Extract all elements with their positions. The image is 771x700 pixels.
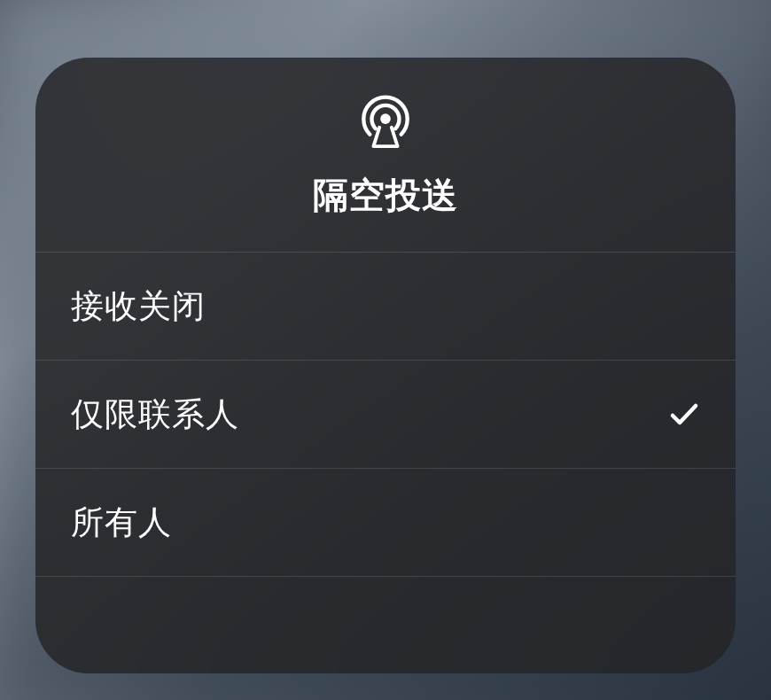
panel-header: 隔空投送 [35, 58, 736, 253]
options-list: 接收关闭 仅限联系人 所有人 [35, 253, 736, 673]
option-label: 所有人 [71, 501, 172, 545]
blurred-background: 隔空投送 接收关闭 仅限联系人 [0, 0, 771, 700]
airdrop-icon [358, 93, 413, 148]
option-contacts-only[interactable]: 仅限联系人 [35, 361, 736, 469]
option-label: 接收关闭 [71, 284, 206, 329]
option-label: 仅限联系人 [71, 393, 239, 437]
checkmark-icon [668, 399, 700, 431]
option-everyone[interactable]: 所有人 [35, 469, 736, 577]
airdrop-settings-panel: 隔空投送 接收关闭 仅限联系人 [35, 58, 736, 673]
option-receiving-off[interactable]: 接收关闭 [35, 253, 736, 361]
svg-point-0 [380, 113, 391, 124]
panel-title: 隔空投送 [313, 171, 458, 220]
